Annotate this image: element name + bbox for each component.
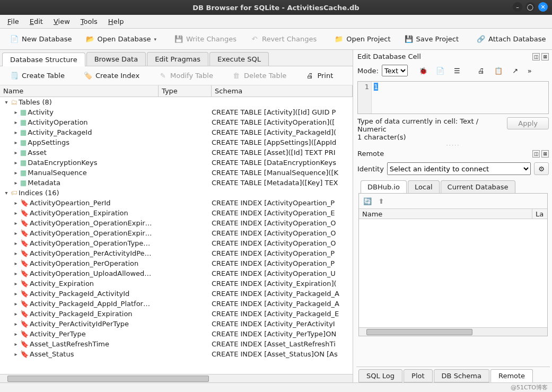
tree-row[interactable]: ▸🔖 ActivityOperation_OperationExpir…CREA…	[0, 218, 353, 228]
cell-content[interactable]: 1	[374, 83, 378, 91]
tree-row[interactable]: ▸▦ ActivityOperationCREATE TABLE [Activi…	[0, 117, 353, 127]
close-button[interactable]: ✕	[538, 2, 548, 12]
horizontal-scrollbar[interactable]	[0, 374, 353, 382]
tree-twist-icon[interactable]: ▸	[13, 291, 19, 297]
save-project-button[interactable]: 💾 Save Project	[400, 32, 464, 46]
tree-row[interactable]: ▾🗂 Tables (8)	[0, 97, 353, 107]
open-project-button[interactable]: 📁 Open Project	[330, 32, 395, 46]
tree-twist-icon[interactable]: ▸	[13, 140, 19, 145]
tree-header-type[interactable]: Type	[159, 85, 212, 97]
tree-twist-icon[interactable]: ▸	[13, 240, 19, 246]
text-doc-icon[interactable]: 📄	[433, 64, 447, 77]
tree-row[interactable]: ▸🔖 Activity_PerTypeCREATE INDEX [Activit…	[0, 329, 353, 339]
close-panel-icon[interactable]: ⊠	[541, 53, 549, 60]
remote-tab-dbhub[interactable]: DBHub.io	[361, 180, 407, 193]
tree-twist-icon[interactable]: ▸	[13, 170, 19, 176]
remote-tab-local[interactable]: Local	[408, 180, 440, 193]
apply-button[interactable]: Apply	[507, 117, 549, 129]
tree-row[interactable]: ▸🔖 Asset_LastRefreshTimeCREATE INDEX [As…	[0, 339, 353, 349]
tree-twist-icon[interactable]: ▸	[13, 210, 19, 216]
tree-row[interactable]: ▸🔖 ActivityOperation_PerActivityIdPe…CRE…	[0, 248, 353, 258]
tab-edit-pragmas[interactable]: Edit Pragmas	[147, 52, 208, 66]
bottom-tab-sqllog[interactable]: SQL Log	[358, 369, 402, 382]
new-database-button[interactable]: 📄 New Database	[5, 32, 77, 46]
copy-icon[interactable]: 📋	[492, 64, 505, 77]
remote-tab-current[interactable]: Current Database	[441, 180, 515, 193]
tree-row[interactable]: ▾🏷 Indices (16)	[0, 188, 353, 198]
tab-database-structure[interactable]: Database Structure	[2, 53, 85, 66]
tree-header-schema[interactable]: Schema	[212, 85, 353, 97]
undock-icon[interactable]: ◫	[532, 53, 540, 60]
bottom-tab-remote[interactable]: Remote	[490, 369, 533, 382]
bottom-tab-dbschema[interactable]: DB Schema	[434, 369, 489, 382]
attach-database-button[interactable]: 🔗 Attach Database	[472, 32, 550, 46]
tree-twist-icon[interactable]: ▸	[13, 301, 19, 307]
menu-view[interactable]: View	[49, 16, 74, 27]
tree-twist-icon[interactable]: ▸	[13, 129, 19, 135]
tree-twist-icon[interactable]: ▸	[13, 160, 19, 165]
tree-row[interactable]: ▸▦ ManualSequenceCREATE TABLE [ManualSeq…	[0, 168, 353, 178]
tree-row[interactable]: ▸🔖 Asset_StatusCREATE INDEX [Asset_Statu…	[0, 349, 353, 359]
tree-row[interactable]: ▸🔖 ActivityOperation_ExpirationCREATE IN…	[0, 208, 353, 218]
tree-header-name[interactable]: Name	[0, 85, 159, 97]
tab-execute-sql[interactable]: Execute SQL	[209, 52, 269, 66]
create-index-button[interactable]: 🏷️ Create Index	[79, 69, 144, 83]
tree-row[interactable]: ▸▦ ActivityCREATE TABLE [Activity]([Id] …	[0, 107, 353, 117]
open-database-button[interactable]: 📂 Open Database ▾	[81, 32, 161, 46]
minimize-button[interactable]: –	[513, 2, 522, 12]
tree-twist-icon[interactable]: ▸	[13, 311, 19, 317]
close-remote-icon[interactable]: ⊠	[541, 150, 549, 158]
identity-select[interactable]: Select an identity to connect	[387, 162, 531, 175]
identity-settings-icon[interactable]: ⚙	[534, 162, 549, 175]
tree-twist-icon[interactable]: ▸	[13, 321, 19, 327]
dropdown-icon[interactable]: ▾	[154, 37, 156, 42]
tree-row[interactable]: ▸🔖 Activity_PackageId_ActivityIdCREATE I…	[0, 289, 353, 299]
tree-twist-icon[interactable]: ▾	[3, 190, 10, 196]
remote-header-la[interactable]: La	[532, 209, 547, 219]
indent-icon[interactable]: ☰	[450, 64, 464, 77]
tree-row[interactable]: ▸🔖 ActivityOpeartion_PerIdCREATE INDEX […	[0, 198, 353, 208]
tree-row[interactable]: ▸🔖 Activity_PackageId_ExpirationCREATE I…	[0, 309, 353, 319]
upload-icon[interactable]: ⬆	[377, 197, 385, 205]
print-button[interactable]: 🖨 Print	[301, 69, 338, 83]
tree-row[interactable]: ▸🔖 ActivityOperation_OperationExpir…CREA…	[0, 228, 353, 238]
tree-twist-icon[interactable]: ▸	[13, 260, 19, 266]
tree-twist-icon[interactable]: ▸	[13, 271, 19, 276]
tree-row[interactable]: ▸🔖 Activity_ExpirationCREATE INDEX [Acti…	[0, 278, 353, 289]
tree-twist-icon[interactable]: ▸	[13, 230, 19, 236]
tree-twist-icon[interactable]: ▸	[13, 341, 19, 347]
schema-tree[interactable]: ▾🗂 Tables (8)▸▦ ActivityCREATE TABLE [Ac…	[0, 97, 353, 374]
tree-row[interactable]: ▸▦ Activity_PackageIdCREATE TABLE [Activ…	[0, 127, 353, 137]
remote-scrollbar[interactable]	[359, 327, 547, 336]
mode-select[interactable]: Text	[382, 65, 408, 76]
tree-row[interactable]: ▸🔖 Activity_PackageId_AppId_Platfor…CREA…	[0, 299, 353, 309]
tree-row[interactable]: ▸🔖 ActivityOperation_UploadAllowed…CREAT…	[0, 268, 353, 278]
tree-twist-icon[interactable]: ▾	[3, 99, 10, 105]
undock-remote-icon[interactable]: ◫	[532, 150, 540, 158]
maximize-button[interactable]: ◯	[525, 2, 535, 12]
tree-twist-icon[interactable]: ▸	[13, 200, 19, 206]
tree-row[interactable]: ▸▦ AppSettingsCREATE TABLE [AppSettings]…	[0, 137, 353, 147]
tree-twist-icon[interactable]: ▸	[13, 331, 19, 337]
tree-row[interactable]: ▸▦ MetadataCREATE TABLE [Metadata]([Key]…	[0, 178, 353, 188]
tree-row[interactable]: ▸🔖 ActivityOperation_OperationType…CREAT…	[0, 238, 353, 248]
menu-help[interactable]: Help	[104, 16, 128, 27]
print-cell-icon[interactable]: 🖨	[475, 64, 488, 77]
tree-row[interactable]: ▸🔖 Activity_PerActivityIdPerTypeCREATE I…	[0, 319, 353, 329]
cell-editor[interactable]: 1 1	[357, 81, 549, 114]
tree-twist-icon[interactable]: ▸	[13, 351, 19, 357]
tree-twist-icon[interactable]: ▸	[13, 220, 19, 226]
menu-file[interactable]: File	[3, 16, 23, 27]
menu-tools[interactable]: Tools	[76, 16, 102, 27]
export-icon[interactable]: ↗	[509, 64, 522, 77]
remote-header-name[interactable]: Name	[359, 209, 532, 219]
tree-twist-icon[interactable]: ▸	[13, 150, 19, 155]
tree-twist-icon[interactable]: ▸	[13, 250, 19, 256]
tree-twist-icon[interactable]: ▸	[13, 281, 19, 286]
panel-grip[interactable]: ·····	[356, 142, 550, 148]
tree-twist-icon[interactable]: ▸	[13, 119, 19, 125]
refresh-icon[interactable]: 🔄	[363, 197, 372, 205]
tree-row[interactable]: ▸▦ AssetCREATE TABLE [Asset]([Id] TEXT P…	[0, 147, 353, 158]
tree-twist-icon[interactable]: ▸	[13, 109, 19, 115]
bottom-tab-plot[interactable]: Plot	[404, 369, 433, 382]
